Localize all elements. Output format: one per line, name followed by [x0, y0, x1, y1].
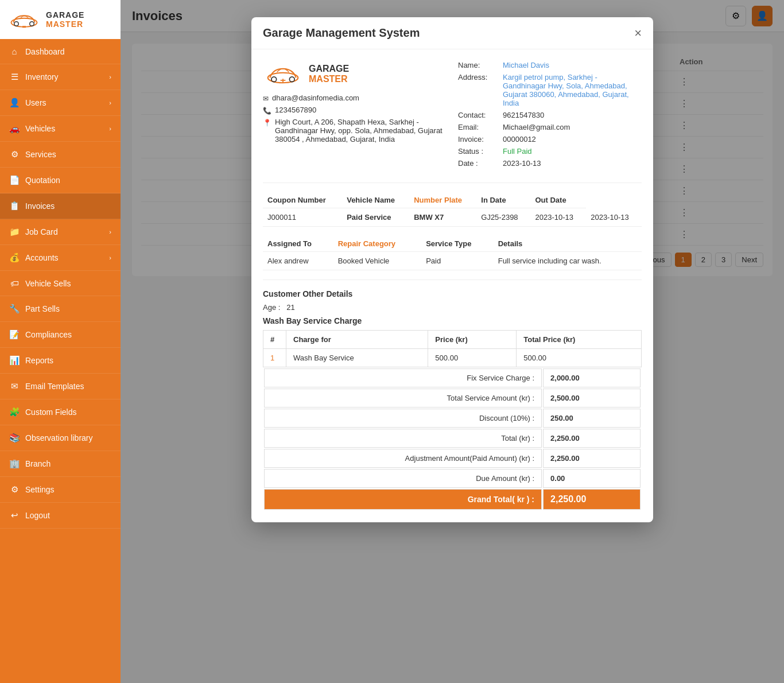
sidebar-item-accounts[interactable]: 💰 Accounts › [0, 245, 121, 271]
sidebar-item-label: Settings [25, 485, 55, 494]
home-icon: ⌂ [9, 46, 20, 56]
invoice-status-field: Status : Full Paid [458, 147, 642, 156]
chevron-right-icon: › [109, 125, 111, 132]
sidebar-item-vehicles[interactable]: 🚗 Vehicles › [0, 116, 121, 142]
col-coupon: Coupon Number [263, 192, 342, 208]
invoice-date-label: Date : [458, 159, 498, 168]
garage-address: High Court, A 206, Shapath Hexa, Sarkhej… [275, 118, 447, 143]
invoice-number-label: Invoice: [458, 135, 498, 143]
total-value: 2,250.00 [543, 429, 641, 448]
sidebar-item-inventory[interactable]: ☰ Inventory › [0, 64, 121, 90]
sidebar-item-observation-library[interactable]: 📚 Observation library [0, 425, 121, 451]
discount-value: 250.00 [543, 409, 641, 428]
logo-master-text: MASTER [46, 20, 84, 29]
sidebar-item-part-sells[interactable]: 🔧 Part Sells [0, 296, 121, 322]
branch-icon: 🏢 [9, 459, 20, 469]
col-vehicle-name: Vehicle Name [342, 192, 409, 208]
fix-service-charge-value: 2,000.00 [543, 368, 641, 387]
sidebar-item-reports[interactable]: 📊 Reports [0, 348, 121, 374]
invoice-garage-info: GARAGE MASTER ✉ dhara@dasinfomedia.com 📞 [263, 61, 447, 171]
col-number-plate: Number Plate [409, 192, 476, 208]
sidebar-item-label: Services [25, 150, 56, 159]
grand-total-label: Grand Total( kr ) : [264, 489, 542, 510]
job-row-2: Alex andrew Booked Vehicle Paid Full ser… [263, 252, 642, 270]
job-assigned-to-value: Alex andrew [263, 252, 333, 270]
sidebar-item-branch[interactable]: 🏢 Branch [0, 451, 121, 477]
sidebar-item-dashboard[interactable]: ⌂ Dashboard [0, 39, 121, 64]
sidebar-item-label: Quotation [25, 176, 60, 185]
fix-service-charge-row: Fix Service Charge : 2,000.00 [264, 368, 641, 387]
discount-row: Discount (10%) : 250.00 [264, 409, 641, 428]
sidebar-item-label: Logout [25, 511, 50, 520]
compliances-icon: 📝 [9, 329, 20, 340]
wash-row: 1 Wash Bay Service 500.00 500.00 [263, 349, 642, 367]
sidebar-item-label: Branch [25, 459, 51, 468]
sidebar-item-label: Job Card [25, 227, 58, 236]
wash-col-charge-for: Charge for [286, 331, 428, 349]
invoice-customer-info: Name: Michael Davis Address: Kargil petr… [458, 61, 642, 171]
modal-logo-garage-text: GARAGE [309, 64, 349, 74]
sidebar-item-logout[interactable]: ↩ Logout [0, 503, 121, 529]
garage-master-logo-icon [7, 8, 41, 31]
divider-1 [263, 183, 642, 183]
modal-logo-master-text: MASTER [309, 74, 349, 84]
inventory-icon: ☰ [9, 72, 20, 82]
adjustment-row: Adjustment Amount(Paid Amount) (kr) : 2,… [264, 449, 641, 468]
col-out-date: Out Date [530, 192, 586, 208]
customer-name-field: Name: Michael Davis [458, 61, 642, 69]
modal-garage-logo: GARAGE MASTER [263, 61, 447, 87]
sidebar-item-compliances[interactable]: 📝 Compliances [0, 322, 121, 348]
sidebar-item-vehicle-sells[interactable]: 🏷 Vehicle Sells [0, 271, 121, 296]
sidebar-item-label: Accounts [25, 253, 59, 262]
sidebar-item-custom-fields[interactable]: 🧩 Custom Fields [0, 399, 121, 425]
job-repair-category-value: Booked Vehicle [333, 252, 421, 270]
sidebar-item-label: Vehicles [25, 124, 55, 133]
svg-point-1 [14, 22, 19, 26]
wash-row-charge-for: Wash Bay Service [286, 349, 428, 367]
job-service-type-value: Paid [421, 252, 494, 270]
modal-body: GARAGE MASTER ✉ dhara@dasinfomedia.com 📞 [251, 49, 653, 522]
sidebar-item-users[interactable]: 👤 Users › [0, 90, 121, 116]
sidebar-item-label: Reports [25, 356, 53, 365]
customer-address-field: Address: Kargil petrol pump, Sarkhej - G… [458, 73, 642, 107]
sidebar-item-settings[interactable]: ⚙ Settings [0, 477, 121, 503]
wash-bay-table: # Charge for Price (kr) Total Price (kr)… [263, 330, 642, 367]
sidebar-item-services[interactable]: ⚙ Services [0, 142, 121, 168]
sidebar-item-jobcard[interactable]: 📁 Job Card › [0, 219, 121, 245]
invoice-date-value: 2023-10-13 [503, 159, 541, 168]
invoices-icon: 📋 [9, 201, 20, 211]
job-row-1: J000011 Paid Service BMW X7 GJ25-2398 20… [263, 208, 642, 227]
customer-name-label: Name: [458, 61, 498, 69]
job-vehicle-name-value: Paid Service [342, 208, 409, 227]
wash-row-total-price: 500.00 [517, 349, 642, 367]
sidebar-item-label: Invoices [25, 201, 55, 211]
svg-point-5 [289, 77, 294, 82]
modal-close-button[interactable]: × [634, 27, 642, 40]
customer-contact-field: Contact: 9621547830 [458, 111, 642, 119]
total-row: Total (kr) : 2,250.00 [264, 429, 641, 448]
customer-email-label: Email: [458, 123, 498, 131]
col-details: Details [494, 236, 642, 252]
invoice-number-field: Invoice: 00000012 [458, 135, 642, 143]
chevron-right-icon: › [109, 254, 111, 261]
grand-total-row: Grand Total( kr ) : 2,250.00 [264, 489, 641, 510]
settings-icon: ⚙ [9, 484, 20, 495]
total-service-amount-label: Total Service Amount (kr) : [264, 389, 542, 408]
modal-title: Garage Management System [263, 26, 420, 40]
adjustment-value: 2,250.00 [543, 449, 641, 468]
email-icon: ✉ [9, 381, 20, 391]
invoice-status-value: Full Paid [503, 147, 532, 156]
wash-bay-section-title: Wash Bay Service Charge [263, 316, 642, 325]
users-icon: 👤 [9, 98, 20, 108]
job-coupon-value: J000011 [263, 208, 342, 227]
due-amount-label: Due Amount (kr) : [264, 469, 542, 488]
wash-col-price: Price (kr) [428, 331, 517, 349]
sidebar-item-quotation[interactable]: 📄 Quotation [0, 168, 121, 193]
job-out-date-value: 2023-10-13 [530, 208, 586, 227]
job-number-plate-value: BMW X7 [409, 208, 476, 227]
sidebar-item-label: Observation library [25, 433, 93, 443]
sidebar-logo: GARAGE MASTER [0, 0, 121, 39]
sidebar-item-invoices[interactable]: 📋 Invoices [0, 193, 121, 219]
sidebar-item-email-templates[interactable]: ✉ Email Templates [0, 374, 121, 399]
job-in-date-value: GJ25-2398 [476, 208, 530, 227]
